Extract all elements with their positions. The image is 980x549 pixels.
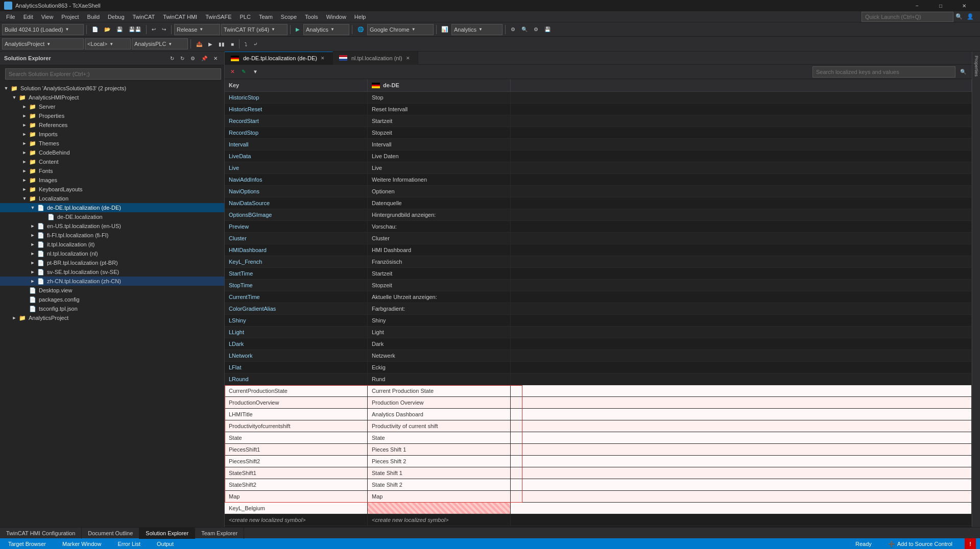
- row-lflat[interactable]: LFlat Eckig: [225, 362, 972, 373]
- row-intervall[interactable]: Intervall Intervall: [225, 139, 972, 151]
- plc-btn-c[interactable]: ▮▮: [216, 38, 227, 49]
- menu-project[interactable]: Project: [57, 11, 83, 22]
- toolbar-btn-b[interactable]: 🔍: [519, 24, 530, 35]
- step-btn[interactable]: ⤵: [242, 38, 250, 49]
- row-llight[interactable]: LLight Light: [225, 327, 972, 338]
- undo-button[interactable]: ↩: [149, 24, 158, 35]
- row-state[interactable]: State State: [225, 432, 972, 444]
- tree-server[interactable]: ► 📁 Server: [0, 102, 224, 111]
- properties-label[interactable]: Properties: [972, 52, 980, 81]
- row-preview[interactable]: Preview Vorschau:: [225, 221, 972, 233]
- row-map[interactable]: Map Map: [225, 491, 972, 503]
- plc-dropdown[interactable]: AnalysisPLC ▼: [132, 38, 188, 49]
- row-live-data[interactable]: LiveData Live Daten: [225, 151, 972, 162]
- output-btn[interactable]: Output: [153, 538, 178, 549]
- tree-nl[interactable]: ► 📄 nl.tpl.localization (nl): [0, 249, 224, 258]
- row-ldark[interactable]: LDark Dark: [225, 338, 972, 350]
- row-historic-reset[interactable]: HistoricReset Reset Intervall: [225, 104, 972, 115]
- tree-fonts[interactable]: ► 📁 Fonts: [0, 166, 224, 176]
- new-button[interactable]: 📄: [89, 24, 101, 35]
- tree-sv-se[interactable]: ► 📄 sv-SE.tpl.localization (sv-SE): [0, 267, 224, 277]
- tree-codebehind[interactable]: ► 📁 CodeBehind: [0, 148, 224, 157]
- row-new-entry[interactable]: <create new localized symbol> <create ne…: [225, 514, 972, 526]
- save-all-button[interactable]: 💾💾: [126, 24, 144, 35]
- build-config-dropdown[interactable]: Build 4024.10 (Loaded) ▼: [2, 24, 84, 35]
- loc-btn-down[interactable]: ▼: [250, 66, 260, 78]
- loc-search-btn[interactable]: 🔍: [958, 66, 969, 78]
- tree-zh-cn[interactable]: ► 📄 zh-CN.tpl.localization (zh-CN): [0, 277, 224, 286]
- row-lnetwork[interactable]: LNetwork Netzwerk: [225, 350, 972, 362]
- toolbar-btn-c[interactable]: ⚙: [531, 24, 541, 35]
- tab-twincat-hmi-config[interactable]: TwinCAT HMI Configuration: [0, 528, 82, 539]
- tab-nl[interactable]: nl.tpl.localization (nl) ✕: [333, 52, 418, 65]
- browser-dropdown[interactable]: Google Chrome ▼: [367, 24, 434, 35]
- tree-desktop[interactable]: ► 📄 Desktop.view: [0, 286, 224, 295]
- tab-close-nl[interactable]: ✕: [404, 55, 412, 62]
- tree-de-de-loc[interactable]: ► 📄 de-DE.localization: [0, 212, 224, 221]
- row-lshiny[interactable]: LShiny Shiny: [225, 315, 972, 327]
- menu-window[interactable]: Window: [322, 11, 350, 22]
- row-hmi-dashboard[interactable]: HMIDashboard HMI Dashboard: [225, 244, 972, 256]
- se-close-btn[interactable]: ✕: [211, 54, 220, 63]
- solution-root[interactable]: ▼ 📁 Solution 'AnalyticsSolution863' (2 p…: [0, 84, 224, 93]
- tab-document-outline[interactable]: Document Outline: [82, 528, 139, 539]
- tab-de-de[interactable]: de-DE.tpl.localization (de-DE) ✕: [225, 52, 333, 65]
- target-dropdown[interactable]: Analytics ▼: [303, 24, 349, 35]
- se-search-input[interactable]: [5, 68, 221, 80]
- target-browser-btn[interactable]: Target Browser: [4, 538, 50, 549]
- menu-scope[interactable]: Scope: [277, 11, 301, 22]
- close-button[interactable]: ✕: [952, 0, 976, 11]
- tree-keyboard[interactable]: ► 📁 KeyboardLayouts: [0, 185, 224, 194]
- tree-images[interactable]: ► 📁 Images: [0, 176, 224, 185]
- row-start-time[interactable]: StartTime Startzeit: [225, 268, 972, 280]
- hmi-project[interactable]: ▼ 📁 AnalyticsHMIProject: [0, 93, 224, 102]
- save-button[interactable]: 💾: [114, 24, 125, 35]
- menu-view[interactable]: View: [37, 11, 58, 22]
- menu-twincat-hmi[interactable]: TwinCAT HMI: [159, 11, 201, 22]
- menu-plc[interactable]: PLC: [236, 11, 255, 22]
- row-navi-datasource[interactable]: NaviDataSource Datenquelle: [225, 197, 972, 209]
- tree-tsconfig[interactable]: ► 📄 tsconfig.tpl.json: [0, 304, 224, 313]
- tab-team-explorer[interactable]: Team Explorer: [195, 528, 244, 539]
- row-color-gradient[interactable]: ColorGradientAlias Farbgradient:: [225, 303, 972, 315]
- row-live[interactable]: Live Live: [225, 162, 972, 174]
- row-record-stop[interactable]: RecordStop Stopzeit: [225, 127, 972, 139]
- menu-edit[interactable]: Edit: [19, 11, 37, 22]
- row-lround[interactable]: LRound Rund: [225, 373, 972, 385]
- menu-twincat[interactable]: TwinCAT: [129, 11, 159, 22]
- redo-button[interactable]: ↪: [159, 24, 169, 35]
- row-options-bg[interactable]: OptionsBGImage Hintergrundbild anzeigen:: [225, 209, 972, 221]
- minimize-button[interactable]: −: [905, 0, 929, 11]
- plc-btn-b[interactable]: ▶: [206, 38, 215, 49]
- tree-it[interactable]: ► 📄 it.tpl.localization (it): [0, 240, 224, 249]
- row-lhmi-title[interactable]: LHMITitle Analytics Dashboard: [225, 409, 972, 420]
- tree-content[interactable]: ► 📁 Content: [0, 157, 224, 166]
- error-list-btn[interactable]: Error List: [113, 538, 145, 549]
- row-pieces-shift1[interactable]: PiecesShift1 Pieces Shift 1: [225, 444, 972, 456]
- tree-fi-fi[interactable]: ► 📄 fi-FI.tpl.localization (fi-FI): [0, 231, 224, 240]
- loc-btn-excel[interactable]: ✎: [239, 66, 248, 78]
- se-sync-btn[interactable]: ↻: [168, 54, 177, 63]
- plc-btn-a[interactable]: 📤: [194, 38, 205, 49]
- tree-references[interactable]: ► 📁 References: [0, 120, 224, 130]
- analytics-dropdown[interactable]: Analytics ▼: [451, 24, 503, 35]
- tree-en-us[interactable]: ► 📄 en-US.tpl.localization (en-US): [0, 221, 224, 231]
- tree-analytics-project[interactable]: ► 📁 AnalyticsProject: [0, 313, 224, 322]
- local-dropdown[interactable]: <Local> ▼: [85, 38, 131, 49]
- row-navi-add-infos[interactable]: NaviAddInfos Weitere Informationen: [225, 174, 972, 186]
- row-productivity[interactable]: Productivityofcurrentshift Productivity …: [225, 420, 972, 432]
- tab-solution-explorer[interactable]: Solution Explorer: [139, 528, 195, 539]
- se-refresh-btn[interactable]: ↻: [178, 54, 187, 63]
- menu-twinsafe[interactable]: TwinSAFE: [201, 11, 235, 22]
- tree-localization[interactable]: ▼ 📁 Localization: [0, 194, 224, 203]
- row-cluster[interactable]: Cluster Cluster: [225, 233, 972, 244]
- menu-tools[interactable]: Tools: [301, 11, 322, 22]
- row-pieces-shift2[interactable]: PiecesShift2 Pieces Shift 2: [225, 456, 972, 467]
- step-over-btn[interactable]: ⤶: [251, 38, 260, 49]
- se-pin-btn[interactable]: 📌: [199, 54, 210, 63]
- profile-icon[interactable]: 👤: [967, 13, 974, 20]
- tree-de-de[interactable]: ▼ 📄 de-DE.tpl.localization (de-DE): [0, 203, 224, 212]
- menu-debug[interactable]: Debug: [104, 11, 128, 22]
- row-key-french[interactable]: KeyL_French Französisch: [225, 256, 972, 268]
- toolbar-btn-d[interactable]: 💾: [542, 24, 553, 35]
